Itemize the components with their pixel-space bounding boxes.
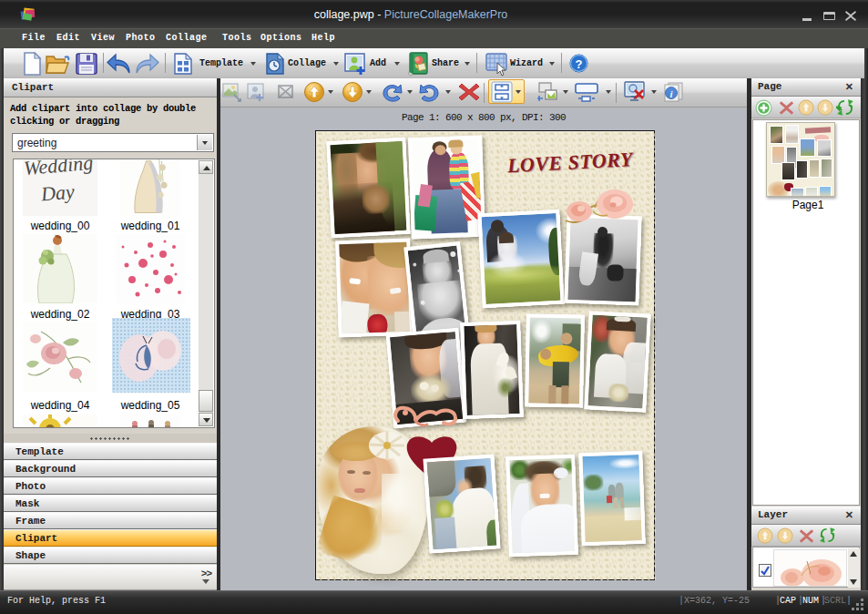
svg-text:?: ? [576, 57, 583, 71]
